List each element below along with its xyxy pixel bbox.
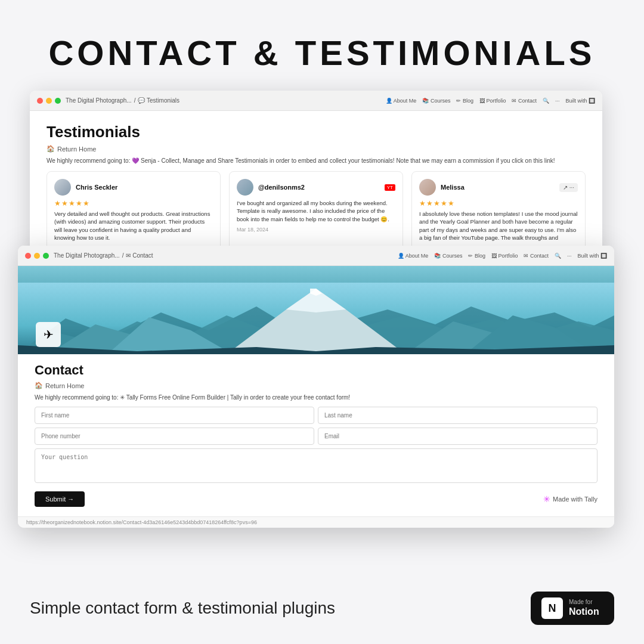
testimonial-text: Very detailed and well thought out produ… — [54, 210, 213, 242]
nav-more[interactable]: ··· — [555, 98, 560, 104]
contact-content: Contact 🏠 Return Home We highly recommen… — [18, 354, 614, 516]
breadcrumb-separator: / — [134, 97, 136, 104]
close-dot[interactable] — [37, 98, 43, 104]
return-home-link[interactable]: 🏠 Return Home — [35, 382, 597, 389]
minimize-dot[interactable] — [34, 253, 40, 259]
testimonial-header: Melissa ↗ ··· — [419, 179, 578, 196]
submit-label: Submit → — [45, 496, 74, 503]
form-name-row — [35, 407, 597, 424]
minimize-dot[interactable] — [46, 98, 52, 104]
testimonial-name: Chris Seckler — [76, 184, 117, 191]
nav-blog[interactable]: ✏ Blog — [468, 253, 485, 259]
contact-page-icon: ✈ — [36, 322, 61, 347]
email-input[interactable] — [318, 428, 597, 445]
window-controls — [37, 98, 61, 104]
bottom-section: Simple contact form & testimonial plugin… — [0, 572, 644, 644]
testimonials-browser-bar: The Digital Photograph... / 💬 Testimonia… — [30, 91, 602, 111]
form-footer: Submit → ✳ Made with Tally — [35, 491, 597, 507]
home-icon: 🏠 — [47, 145, 55, 153]
nav-about[interactable]: 👤 About Me — [386, 98, 417, 104]
breadcrumb-page: 💬 Testimonials — [138, 97, 179, 104]
url-bar: https://theorganizednotebook.notion.site… — [18, 516, 614, 528]
screenshots-area: The Digital Photograph... / 💬 Testimonia… — [0, 91, 644, 544]
nav-courses[interactable]: 📚 Courses — [422, 98, 450, 104]
nav-about[interactable]: 👤 About Me — [398, 253, 429, 259]
nav-portfolio[interactable]: 🖼 Portfolio — [479, 98, 506, 104]
nav-contact[interactable]: ✉ Contact — [524, 253, 549, 259]
testimonials-window: The Digital Photograph... / 💬 Testimonia… — [30, 91, 602, 266]
contact-window: The Digital Photograph... / ✉ Contact 👤 … — [18, 246, 614, 528]
nav-blog[interactable]: ✏ Blog — [456, 98, 473, 104]
nav-right: 👤 About Me 📚 Courses ✏ Blog 🖼 Portfolio … — [386, 98, 595, 104]
window-controls — [25, 253, 49, 259]
testimonial-date: Mar 18, 2024 — [237, 227, 395, 233]
nav-right: 👤 About Me 📚 Courses ✏ Blog 🖼 Portfolio … — [398, 253, 607, 259]
maximize-dot[interactable] — [43, 253, 49, 259]
testimonial-name: @denilsonms2 — [258, 184, 305, 191]
made-with-tally: ✳ Made with Tally — [543, 494, 597, 504]
expand-icon[interactable]: ↗ ··· — [559, 183, 578, 192]
testimonial-name: Melissa — [441, 184, 465, 191]
nav-contact[interactable]: ✉ Contact — [512, 98, 537, 104]
testimonial-text: I absolutely love these notion templates… — [419, 210, 578, 242]
testimonial-header: Chris Seckler — [54, 179, 213, 196]
avatar — [54, 179, 71, 196]
notion-badge-text: Made for Notion — [569, 598, 599, 618]
tally-label: Made with Tally — [553, 496, 597, 503]
contact-recommend-text: We highly recommend going to: ✳ Tally Fo… — [35, 394, 597, 401]
avatar — [237, 179, 253, 196]
star-rating: ★★★★★ — [54, 199, 213, 208]
nav-built-with: Built with 🔲 — [577, 253, 607, 259]
breadcrumb-separator: / — [122, 252, 124, 259]
return-home-link[interactable]: 🏠 Return Home — [47, 145, 586, 153]
breadcrumb: The Digital Photograph... / 💬 Testimonia… — [66, 97, 179, 104]
bottom-subtitle: Simple contact form & testimonial plugin… — [30, 599, 335, 618]
close-dot[interactable] — [25, 253, 31, 259]
youtube-badge: YT — [385, 184, 395, 191]
star-rating: ★★★★★ — [419, 199, 578, 208]
first-name-input[interactable] — [35, 407, 314, 424]
breadcrumb: The Digital Photograph... / ✉ Contact — [54, 252, 153, 259]
avatar — [419, 179, 436, 196]
nav-built-with: Built with 🔲 — [565, 98, 595, 104]
url-text: https://theorganizednotebook.notion.site… — [26, 519, 257, 525]
testimonial-header: @denilsonms2 YT — [237, 179, 395, 196]
return-home-label: Return Home — [57, 145, 96, 153]
contact-heading: Contact — [35, 363, 597, 378]
testimonial-text: I've bought and organized all my books d… — [237, 199, 395, 223]
testimonials-heading: Testimonials — [47, 123, 586, 141]
form-contact-row — [35, 428, 597, 445]
submit-button[interactable]: Submit → — [35, 491, 85, 507]
mountain-banner: ✈ — [18, 266, 614, 354]
nav-portfolio[interactable]: 🖼 Portfolio — [491, 253, 518, 259]
breadcrumb-page: ✉ Contact — [126, 252, 153, 259]
nav-more[interactable]: ··· — [567, 253, 572, 259]
nav-courses[interactable]: 📚 Courses — [434, 253, 462, 259]
phone-input[interactable] — [35, 428, 314, 445]
contact-browser-bar: The Digital Photograph... / ✉ Contact 👤 … — [18, 246, 614, 266]
nav-search[interactable]: 🔍 — [555, 253, 561, 259]
return-home-label: Return Home — [45, 382, 84, 389]
breadcrumb-home: The Digital Photograph... — [54, 252, 120, 259]
tally-star-icon: ✳ — [543, 494, 550, 504]
nav-search[interactable]: 🔍 — [543, 98, 549, 104]
last-name-input[interactable] — [318, 407, 597, 424]
notion-badge: N Made for Notion — [531, 592, 614, 625]
notion-n-letter: N — [549, 602, 556, 615]
question-textarea[interactable] — [35, 448, 597, 483]
breadcrumb-home: The Digital Photograph... — [66, 97, 132, 104]
home-icon: 🏠 — [35, 382, 43, 389]
testimonials-content: Testimonials 🏠 Return Home We highly rec… — [30, 111, 602, 266]
maximize-dot[interactable] — [55, 98, 61, 104]
notion-label: Notion — [569, 606, 599, 618]
send-icon: ✈ — [44, 327, 54, 342]
notion-logo: N — [541, 597, 563, 619]
made-for-label: Made for — [569, 598, 599, 606]
page-title: CONTACT & TESTIMONIALS — [0, 0, 644, 91]
recommend-text: We highly recommend going to: 💜 Senja - … — [47, 157, 586, 164]
